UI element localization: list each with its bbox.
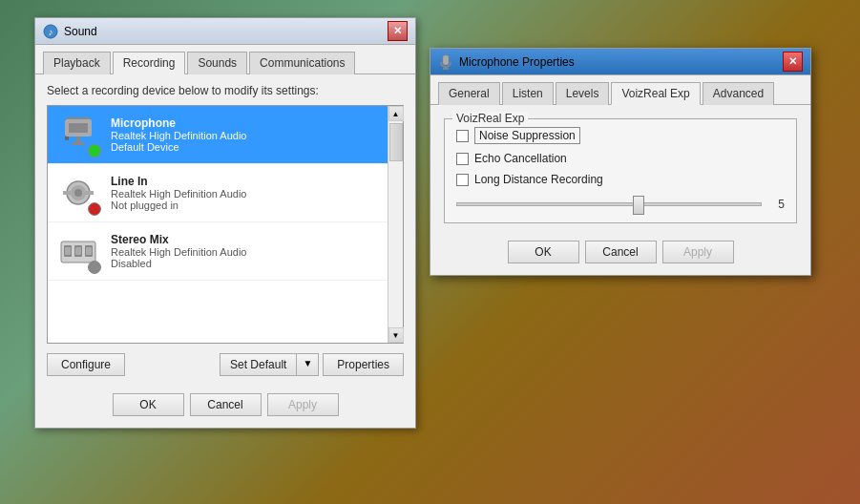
- microphone-sub: Realtek High Definition Audio: [111, 130, 380, 141]
- sound-tabs-bar: Playback Recording Sounds Communications: [35, 45, 415, 74]
- slider-thumb[interactable]: [633, 196, 644, 215]
- svg-rect-18: [75, 247, 81, 255]
- device-item-stereomix[interactable]: Stereo Mix Realtek High Definition Audio…: [48, 222, 388, 281]
- device-list-wrapper: Microphone Realtek High Definition Audio…: [47, 105, 404, 344]
- voizreal-group-box: VoizReal Exp Noise Suppression Echo Canc…: [444, 118, 797, 223]
- sound-close-button[interactable]: ✕: [388, 21, 408, 41]
- set-default-main[interactable]: Set Default: [220, 353, 296, 376]
- sound-dialog-actions: Configure Set Default ▼ Properties: [47, 353, 404, 376]
- svg-point-10: [74, 189, 82, 197]
- long-distance-label: Long Distance Recording: [474, 173, 603, 186]
- sound-apply-button[interactable]: Apply: [267, 393, 339, 416]
- tab-recording[interactable]: Recording: [113, 52, 186, 74]
- long-distance-row: Long Distance Recording: [456, 173, 785, 186]
- mic-cancel-button[interactable]: Cancel: [585, 241, 657, 263]
- mic-tabs-bar: General Listen Levels VoizReal Exp Advan…: [430, 75, 810, 104]
- slider-row: 5: [456, 198, 785, 211]
- mic-apply-button[interactable]: Apply: [662, 241, 734, 263]
- svg-rect-5: [69, 123, 88, 133]
- tab-communications[interactable]: Communications: [249, 52, 355, 74]
- scrollbar-thumb[interactable]: [389, 123, 403, 161]
- svg-rect-11: [63, 191, 73, 195]
- svg-text:♪: ♪: [49, 27, 53, 37]
- tab-playback[interactable]: Playback: [43, 52, 111, 74]
- device-item-linein[interactable]: Line In Realtek High Definition Audio No…: [48, 164, 388, 222]
- mic-dialog-footer: OK Cancel Apply: [430, 233, 810, 275]
- svg-rect-12: [84, 191, 94, 195]
- stereomix-sub: Realtek High Definition Audio: [111, 246, 380, 258]
- scrollbar-up-button[interactable]: ▲: [388, 106, 404, 121]
- scrollbar-down-button[interactable]: ▼: [388, 327, 404, 343]
- noise-suppression-label: Noise Suppression: [474, 127, 580, 144]
- echo-cancellation-row: Echo Cancellation: [456, 152, 785, 165]
- echo-cancellation-checkbox[interactable]: [456, 153, 469, 165]
- mic-title-icon: [438, 54, 453, 70]
- device-list: Microphone Realtek High Definition Audio…: [48, 106, 388, 343]
- noise-suppression-row: Noise Suppression: [456, 127, 785, 144]
- stereomix-name: Stereo Mix: [111, 233, 380, 246]
- mic-close-button[interactable]: ✕: [783, 52, 803, 72]
- microphone-name: Microphone: [111, 116, 380, 130]
- svg-rect-19: [86, 247, 92, 255]
- sound-dialog-content: Select a recording device below to modif…: [35, 74, 415, 386]
- noise-suppression-checkbox[interactable]: [456, 130, 469, 142]
- tab-sounds[interactable]: Sounds: [187, 52, 247, 74]
- device-list-scrollbar[interactable]: ▲ ▼: [388, 106, 403, 343]
- sound-icon: ♪: [43, 24, 58, 39]
- mic-tab-advanced[interactable]: Advanced: [703, 82, 774, 105]
- linein-status-dot: [88, 202, 101, 216]
- sound-cancel-button[interactable]: Cancel: [190, 393, 262, 416]
- mic-tab-voizreal[interactable]: VoizReal Exp: [611, 82, 700, 105]
- microphone-status-dot: [88, 144, 101, 158]
- set-default-split-button[interactable]: Set Default ▼: [220, 353, 319, 376]
- properties-button[interactable]: Properties: [323, 353, 404, 376]
- echo-cancellation-label: Echo Cancellation: [474, 152, 567, 165]
- svg-rect-17: [65, 247, 71, 255]
- sound-dialog-titlebar: ♪ Sound ✕: [35, 18, 415, 45]
- set-default-arrow[interactable]: ▼: [296, 353, 319, 376]
- slider-value: 5: [769, 198, 785, 211]
- mic-dialog-content: VoizReal Exp Noise Suppression Echo Canc…: [430, 104, 810, 233]
- configure-button[interactable]: Configure: [47, 353, 125, 376]
- microphone-status: Default Device: [111, 141, 380, 153]
- linein-name: Line In: [111, 175, 380, 188]
- svg-rect-20: [443, 55, 449, 65]
- stereomix-status-dot: [88, 261, 101, 274]
- mic-ok-button[interactable]: OK: [508, 241, 579, 263]
- stereomix-status: Disabled: [111, 258, 380, 269]
- mic-dialog-titlebar: Microphone Properties ✕: [430, 49, 810, 75]
- sound-ok-button[interactable]: OK: [113, 393, 184, 416]
- linein-sub: Realtek High Definition Audio: [111, 188, 380, 200]
- sound-dialog-title: Sound: [64, 25, 97, 38]
- linein-status: Not plugged in: [111, 200, 380, 211]
- mic-tab-general[interactable]: General: [438, 82, 500, 105]
- mic-dialog-title: Microphone Properties: [459, 55, 575, 69]
- recording-description: Select a recording device below to modif…: [47, 84, 404, 97]
- mic-tab-levels[interactable]: Levels: [556, 82, 610, 105]
- sound-dialog: ♪ Sound ✕ Playback Recording Sounds Comm…: [34, 17, 416, 429]
- mic-properties-dialog: Microphone Properties ✕ General Listen L…: [430, 48, 811, 276]
- mic-tab-listen[interactable]: Listen: [502, 82, 554, 105]
- sound-dialog-footer: OK Cancel Apply: [35, 386, 415, 428]
- long-distance-checkbox[interactable]: [456, 174, 469, 186]
- device-item-microphone[interactable]: Microphone Realtek High Definition Audio…: [48, 106, 388, 164]
- svg-rect-6: [76, 136, 80, 142]
- voizreal-slider[interactable]: [456, 202, 762, 206]
- voizreal-group-label: VoizReal Exp: [452, 112, 528, 125]
- svg-rect-7: [72, 142, 85, 145]
